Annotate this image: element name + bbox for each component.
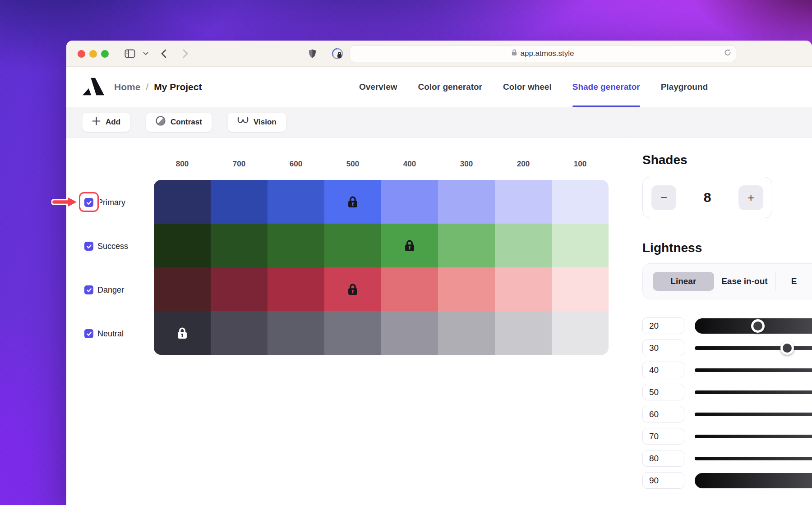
lock-icon[interactable]	[404, 239, 415, 252]
neutral-400-swatch[interactable]	[381, 311, 438, 355]
neutral-600-swatch[interactable]	[268, 311, 324, 355]
primary-800-swatch[interactable]	[154, 180, 211, 224]
success-label: Success	[97, 242, 128, 251]
sidebar-toggle-icon[interactable]	[125, 49, 135, 58]
shade-generator-content: 800700600500400300200100 Primary	[66, 138, 812, 505]
neutral-100-swatch[interactable]	[552, 311, 609, 355]
privacy-shield-icon[interactable]	[309, 49, 316, 58]
lightness-30-slider-handle[interactable]	[780, 341, 794, 355]
primary-checkbox[interactable]	[84, 198, 93, 207]
desktop-background: app.atmos.style Home / My Project Overvi…	[0, 0, 812, 505]
lightness-90-input[interactable]: 90	[642, 472, 684, 489]
nav-overview[interactable]: Overview	[359, 67, 397, 107]
success-500-swatch[interactable]	[324, 224, 381, 267]
column-header-100: 100	[552, 160, 609, 169]
atmos-logo[interactable]	[83, 77, 104, 98]
nav-color-generator[interactable]: Color generator	[418, 67, 483, 107]
primary-100-swatch[interactable]	[552, 180, 609, 224]
lightness-80-slider[interactable]	[695, 457, 812, 460]
success-400-swatch[interactable]	[381, 224, 438, 267]
danger-400-swatch[interactable]	[381, 267, 438, 311]
neutral-checkbox[interactable]	[84, 329, 93, 338]
ssl-lock-icon	[512, 49, 517, 58]
primary-400-swatch[interactable]	[381, 180, 438, 224]
lightness-20-input[interactable]: 20	[642, 317, 684, 334]
contrast-button-label: Contrast	[171, 118, 202, 127]
danger-checkbox[interactable]	[84, 285, 93, 294]
lightness-60-input[interactable]: 60	[642, 406, 684, 422]
primary-600-swatch[interactable]	[268, 180, 324, 224]
neutral-300-swatch[interactable]	[438, 311, 495, 355]
lightness-70-input[interactable]: 70	[642, 428, 684, 445]
lock-icon[interactable]	[347, 196, 358, 208]
success-800-swatch[interactable]	[154, 224, 211, 267]
primary-500-swatch[interactable]	[324, 180, 381, 224]
settings-panel: Shades − 8 + Lightness Linear Ease in-ou…	[626, 138, 812, 505]
shades-title: Shades	[642, 153, 687, 167]
danger-100-swatch[interactable]	[552, 267, 609, 311]
success-checkbox[interactable]	[84, 242, 93, 251]
tab-clipped[interactable]: E	[775, 272, 812, 291]
danger-700-swatch[interactable]	[211, 267, 268, 311]
checkmark-icon	[86, 331, 92, 337]
success-100-swatch[interactable]	[552, 224, 609, 267]
lightness-row-40: 40	[626, 359, 812, 381]
close-window-button[interactable]	[78, 50, 85, 58]
vision-button[interactable]: Vision	[227, 112, 286, 132]
danger-500-swatch[interactable]	[324, 267, 381, 311]
neutral-800-swatch[interactable]	[154, 311, 211, 355]
contrast-icon	[156, 116, 166, 128]
danger-800-swatch[interactable]	[154, 267, 211, 311]
breadcrumb-home-link[interactable]: Home	[114, 82, 140, 92]
neutral-label: Neutral	[97, 329, 124, 339]
nav-playground[interactable]: Playground	[661, 67, 708, 107]
column-header-200: 200	[495, 160, 552, 169]
primary-200-swatch[interactable]	[495, 180, 552, 224]
danger-300-swatch[interactable]	[438, 267, 495, 311]
lightness-40-input[interactable]: 40	[642, 362, 684, 378]
lightness-40-slider[interactable]	[695, 368, 812, 372]
lightness-90-slider[interactable]	[695, 473, 812, 488]
lightness-70-slider[interactable]	[695, 435, 812, 438]
neutral-200-swatch[interactable]	[495, 311, 552, 355]
address-bar[interactable]: app.atmos.style	[350, 45, 736, 62]
back-button[interactable]	[161, 49, 166, 58]
increase-shades-button[interactable]: +	[738, 185, 763, 210]
reload-icon[interactable]	[724, 49, 732, 59]
chevron-down-icon[interactable]	[143, 52, 148, 55]
lock-icon[interactable]	[347, 283, 358, 295]
add-button[interactable]: Add	[82, 112, 130, 132]
lightness-30-input[interactable]: 30	[642, 340, 684, 356]
lightness-60-slider[interactable]	[695, 413, 812, 416]
success-200-swatch[interactable]	[495, 224, 552, 267]
checkmark-icon	[86, 243, 92, 249]
decrease-shades-button[interactable]: −	[651, 185, 676, 210]
column-header-600: 600	[268, 160, 324, 169]
success-300-swatch[interactable]	[438, 224, 495, 267]
danger-600-swatch[interactable]	[268, 267, 324, 311]
neutral-700-swatch[interactable]	[211, 311, 268, 355]
tab-ease-in-out[interactable]: Ease in-out	[714, 272, 775, 291]
password-manager-icon[interactable]	[332, 48, 343, 60]
success-700-swatch[interactable]	[211, 224, 268, 267]
lightness-80-input[interactable]: 80	[642, 450, 684, 467]
lightness-50-input[interactable]: 50	[642, 384, 684, 400]
lock-icon[interactable]	[177, 327, 188, 339]
lightness-30-slider[interactable]	[695, 346, 812, 350]
primary-700-swatch[interactable]	[211, 180, 268, 224]
contrast-button[interactable]: Contrast	[146, 112, 212, 132]
nav-color-wheel[interactable]: Color wheel	[503, 67, 552, 107]
maximize-window-button[interactable]	[101, 50, 109, 58]
nav-shade-generator[interactable]: Shade generator	[572, 67, 640, 107]
success-600-swatch[interactable]	[268, 224, 324, 267]
minimize-window-button[interactable]	[89, 50, 97, 58]
danger-200-swatch[interactable]	[495, 267, 552, 311]
forward-button[interactable]	[183, 49, 189, 58]
shades-count-value: 8	[704, 190, 711, 205]
primary-300-swatch[interactable]	[438, 180, 495, 224]
lightness-50-slider[interactable]	[695, 390, 812, 394]
tab-linear[interactable]: Linear	[653, 272, 714, 291]
neutral-500-swatch[interactable]	[324, 311, 381, 355]
lightness-20-slider[interactable]	[695, 318, 812, 334]
lightness-20-slider-handle[interactable]	[751, 319, 765, 333]
